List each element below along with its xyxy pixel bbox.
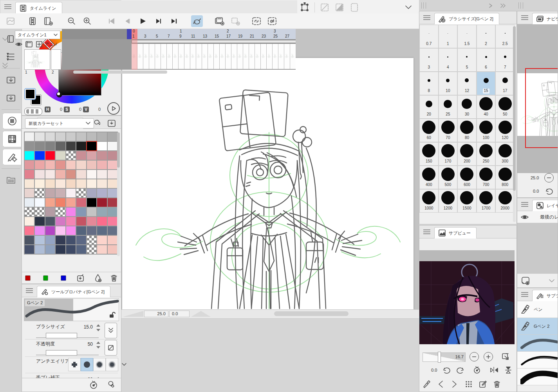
color-swatch[interactable] <box>45 132 55 141</box>
antialias-expand-chevron[interactable] <box>118 358 130 371</box>
panel-menu-icon[interactable] <box>521 201 528 207</box>
timeline-cel-strip[interactable] <box>62 39 296 70</box>
rail-download-2-button[interactable] <box>2 90 20 106</box>
color-swatch[interactable] <box>24 245 34 254</box>
track-visibility-eye-icon[interactable] <box>15 42 23 47</box>
brush-size-cell[interactable]: 2 <box>477 25 496 48</box>
layer-row[interactable]: 最後のレ <box>517 211 558 223</box>
timeline-tab[interactable]: タイムライン <box>15 2 62 14</box>
panel-menu-icon[interactable] <box>423 14 430 20</box>
color-swatch[interactable] <box>45 141 55 151</box>
color-swatch[interactable] <box>97 188 107 198</box>
add-timeline-button[interactable] <box>42 15 54 27</box>
previous-frame-button[interactable] <box>121 15 133 27</box>
hue-value[interactable]: 0 <box>52 107 62 112</box>
color-swatch[interactable] <box>24 179 34 188</box>
color-swatch[interactable] <box>34 198 45 207</box>
expand-chevron-button[interactable] <box>489 4 493 8</box>
color-swatch[interactable] <box>97 198 107 207</box>
brush-size-cell[interactable]: 6 <box>477 48 496 72</box>
subview-previous-button[interactable] <box>433 379 448 390</box>
color-swatch[interactable] <box>24 207 34 217</box>
color-swatch[interactable] <box>87 245 97 254</box>
brush-size-cell[interactable]: 700 <box>477 166 496 189</box>
gradient-tool-button[interactable] <box>333 2 346 13</box>
color-swatch[interactable] <box>55 160 65 170</box>
color-swatch[interactable] <box>76 226 86 235</box>
brush-size-cell[interactable]: 170 <box>439 142 458 166</box>
brush-size-value[interactable]: 15.0 <box>84 324 93 330</box>
subview-edit-button[interactable] <box>476 379 490 390</box>
color-swatch[interactable] <box>107 132 117 141</box>
subtool-item-gpen2[interactable]: Gペン 2 <box>517 318 558 335</box>
color-swatch[interactable] <box>66 170 76 179</box>
subview-delete-button[interactable] <box>490 379 504 390</box>
brush-size-cell[interactable]: 3 <box>419 48 439 72</box>
color-swatch[interactable] <box>24 226 34 235</box>
canvas-rotation-value[interactable]: 0.0 <box>169 311 190 317</box>
color-swatch[interactable] <box>87 141 97 151</box>
color-swatch[interactable] <box>76 132 86 141</box>
color-set-scrollbar[interactable] <box>117 132 120 256</box>
blue-swatch[interactable] <box>61 275 66 281</box>
subview-fit-button[interactable] <box>498 351 513 362</box>
saturation-value[interactable]: 0 <box>71 107 81 112</box>
navigator-view-rect[interactable] <box>525 68 558 148</box>
new-cel-disabled-button[interactable] <box>229 15 241 27</box>
subtool-stroke-preview-selected[interactable] <box>517 335 558 352</box>
timeline-cel[interactable] <box>202 44 208 69</box>
color-swatch[interactable] <box>55 179 65 188</box>
layer-footer-chevron[interactable] <box>549 279 554 283</box>
color-swatch[interactable] <box>24 141 34 151</box>
color-swatch[interactable] <box>87 132 97 141</box>
brush-size-cell[interactable]: 500 <box>439 166 458 189</box>
brush-size-slider[interactable] <box>36 334 99 338</box>
color-swatch[interactable] <box>66 151 76 160</box>
color-swatch[interactable] <box>34 226 45 235</box>
timeline-collapse-all-chevron[interactable] <box>2 63 10 70</box>
opacity-slider[interactable] <box>36 351 99 355</box>
color-swatch[interactable] <box>97 151 107 160</box>
color-swatch[interactable] <box>66 207 76 217</box>
brush-size-cell[interactable]: 40 <box>477 95 496 119</box>
timeline-cel[interactable] <box>184 44 190 69</box>
timeline-cel[interactable] <box>179 44 184 69</box>
color-swatch[interactable] <box>45 207 55 217</box>
timeline-cel[interactable] <box>237 44 243 69</box>
color-swatch[interactable] <box>24 235 34 245</box>
color-swatch[interactable] <box>34 235 45 245</box>
color-swatch[interactable] <box>107 160 117 170</box>
color-swatch[interactable] <box>55 235 65 245</box>
color-swatch[interactable] <box>76 188 86 198</box>
color-swatch[interactable] <box>55 217 65 226</box>
color-swatch[interactable] <box>87 235 97 245</box>
timeline-cel[interactable] <box>137 44 143 69</box>
timeline-select-dropdown[interactable]: タイムライン1 <box>15 31 60 39</box>
new-animation-cel-button[interactable] <box>214 15 226 27</box>
brush-size-cell[interactable]: 15 <box>477 72 496 95</box>
color-swatch[interactable] <box>55 170 65 179</box>
timeline-cel[interactable] <box>284 44 290 69</box>
color-swatch[interactable] <box>55 226 65 235</box>
color-swatch[interactable] <box>76 179 86 188</box>
timeline-cel[interactable] <box>278 44 284 69</box>
color-swatch[interactable] <box>55 151 65 160</box>
color-swatch[interactable] <box>55 132 65 141</box>
color-swatch[interactable] <box>107 226 117 235</box>
color-swatch[interactable] <box>107 235 117 245</box>
color-swatch[interactable] <box>76 141 86 151</box>
track-add-icon[interactable] <box>36 41 42 47</box>
brush-size-scrollbar[interactable] <box>513 26 516 222</box>
color-swatch[interactable] <box>87 207 97 217</box>
transparent-color-button[interactable] <box>24 108 42 115</box>
brush-size-cell[interactable]: 1700 <box>477 189 496 213</box>
canvas-rotation-slider[interactable] <box>191 311 211 317</box>
play-button[interactable] <box>137 15 149 27</box>
color-swatch[interactable] <box>24 170 34 179</box>
color-swatch[interactable] <box>66 226 76 235</box>
antialias-weak-button[interactable] <box>81 358 93 371</box>
timeline-cel[interactable] <box>214 44 220 69</box>
color-swatch[interactable] <box>34 132 45 141</box>
dock-grip-handle[interactable] <box>518 2 523 9</box>
subview-zoom-in-button[interactable] <box>481 351 495 362</box>
